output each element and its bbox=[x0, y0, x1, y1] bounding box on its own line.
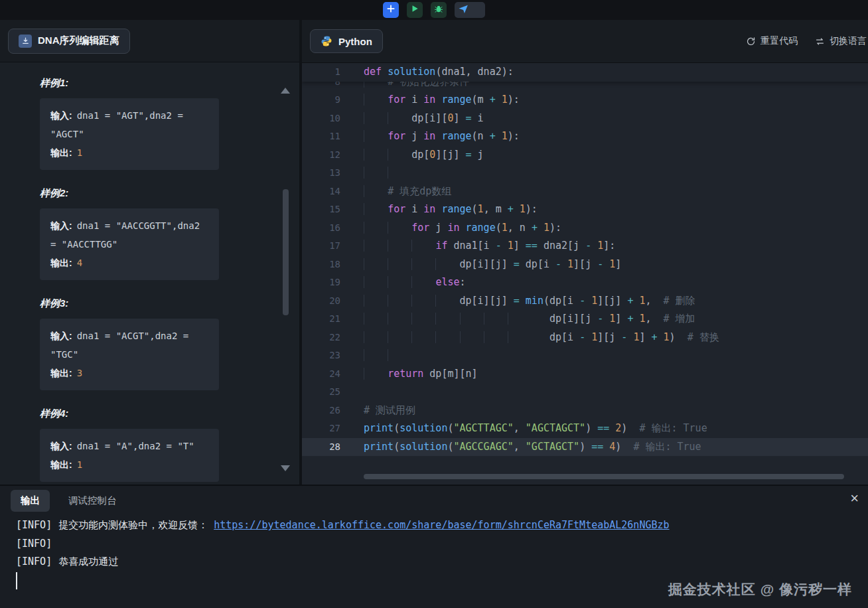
language-badge[interactable]: Python bbox=[310, 29, 383, 53]
code-token: ] bbox=[615, 258, 621, 270]
code-line-text: else: bbox=[340, 273, 466, 292]
sticky-code-line[interactable]: 1 def solution(dna1, dna2): bbox=[302, 63, 868, 82]
example-input-line: 输入:dna1 = "ACGT",dna2 = "TGC" bbox=[50, 327, 208, 364]
line-number: 26 bbox=[302, 402, 340, 420]
indent-guide bbox=[364, 82, 388, 88]
line-number: 14 bbox=[302, 183, 340, 201]
scroll-up-arrow[interactable] bbox=[281, 88, 290, 94]
code-line[interactable]: 27 print(solution("AGCTTAGC", "AGCTAGCT"… bbox=[302, 419, 868, 438]
code-token: print bbox=[364, 422, 394, 434]
watermark: 掘金技术社区 @ 像污秽一样 bbox=[668, 580, 852, 599]
code-token: ): bbox=[508, 94, 520, 106]
line-number: 10 bbox=[302, 110, 340, 128]
code-token: "AGCTTAGC" bbox=[453, 422, 513, 434]
problem-title-badge[interactable]: DNA序列编辑距离 bbox=[8, 29, 130, 54]
problem-header: DNA序列编辑距离 bbox=[0, 20, 299, 62]
indent-guide bbox=[411, 313, 435, 325]
code-token: + bbox=[652, 331, 658, 343]
indent-guide bbox=[388, 222, 411, 234]
code-token: "GCTAGCT" bbox=[526, 441, 579, 453]
scroll-down-arrow[interactable] bbox=[281, 465, 290, 471]
code-token: 1 bbox=[502, 94, 508, 106]
code-line-text bbox=[340, 164, 411, 183]
debug-button[interactable] bbox=[431, 2, 447, 18]
switch-language-button[interactable]: 切换语言 bbox=[815, 35, 867, 47]
code-line[interactable]: 13 bbox=[302, 164, 868, 183]
line-number: 28 bbox=[302, 438, 340, 457]
code-line[interactable]: 26 # 测试用例 bbox=[302, 402, 868, 420]
code-token: ][j] bbox=[435, 149, 465, 161]
indent-guide bbox=[411, 295, 435, 307]
tab-output[interactable]: 输出 bbox=[11, 490, 50, 512]
code-line[interactable]: 18 dp[i][j] = dp[i - 1][j - 1] bbox=[302, 256, 868, 274]
code-token: = bbox=[514, 295, 520, 307]
example-input-line: 输入:dna1 = "AACCGGTT",dna2 = "AACCTTGG" bbox=[50, 216, 208, 254]
close-icon[interactable]: × bbox=[850, 491, 859, 506]
feedback-link[interactable]: https://bytedance.larkoffice.com/share/b… bbox=[214, 519, 669, 531]
code-line[interactable]: 12 dp[0][j] = j bbox=[302, 146, 868, 165]
code-line[interactable]: 14 # 填充dp数组 bbox=[302, 183, 868, 201]
submit-button[interactable] bbox=[455, 2, 485, 18]
code-line[interactable]: 23 bbox=[302, 346, 868, 365]
vertical-scrollbar-thumb[interactable] bbox=[283, 189, 289, 315]
example-block: 样例1: 输入:dna1 = "AGT",dna2 = "AGCT" 输出:1 bbox=[40, 77, 299, 170]
code-token: dp[i][j] bbox=[460, 258, 514, 270]
code-line[interactable]: 8 # 初始化边界条件 bbox=[302, 82, 868, 92]
code-line[interactable]: 16 for j in range(1, n + 1): bbox=[302, 219, 868, 238]
app-root: DNA序列编辑距离 样例1: 输入:dna1 = "AGT",dna2 = "A… bbox=[0, 0, 868, 608]
indent-guide bbox=[411, 240, 435, 252]
code-token: "AGCTAGCT" bbox=[526, 422, 585, 434]
code-line-text bbox=[340, 346, 411, 365]
code-token: range bbox=[466, 222, 496, 234]
code-editor[interactable]: 1 def solution(dna1, dna2): 8 # 初始化边界条件 … bbox=[302, 63, 868, 485]
code-token: # 填充dp数组 bbox=[388, 185, 451, 197]
code-line[interactable]: 28 print(solution("AGCCGAGC", "GCTAGCT")… bbox=[302, 438, 868, 457]
indent-guide bbox=[364, 295, 388, 307]
indent-guide bbox=[364, 203, 388, 215]
code-line[interactable]: 22 dp[i - 1][j - 1] + 1) # 替换 bbox=[302, 329, 868, 347]
code-token: ( bbox=[394, 441, 399, 453]
code-token: for bbox=[411, 222, 429, 234]
code-line[interactable]: 11 for j in range(n + 1): bbox=[302, 127, 868, 146]
code-token bbox=[609, 422, 615, 434]
code-line[interactable]: 19 else: bbox=[302, 273, 868, 292]
example-block: 样例2: 输入:dna1 = "AACCGGTT",dna2 = "AACCTT… bbox=[40, 187, 299, 280]
indent-guide bbox=[388, 149, 411, 161]
log-line: [INFO] bbox=[16, 535, 868, 554]
run-button[interactable] bbox=[407, 2, 423, 18]
code-token: , m bbox=[484, 203, 508, 215]
code-token: ][j bbox=[573, 258, 597, 270]
code-line[interactable]: 24 return dp[m][n] bbox=[302, 365, 868, 384]
horizontal-scrollbar-thumb[interactable] bbox=[364, 474, 844, 479]
code-line[interactable]: 20 dp[i][j] = min(dp[i - 1][j] + 1, # 删除 bbox=[302, 292, 868, 311]
code-line[interactable]: 25 bbox=[302, 383, 868, 402]
code-token bbox=[603, 441, 609, 453]
reset-code-button[interactable]: 重置代码 bbox=[746, 35, 798, 47]
example-output-line: 输出:1 bbox=[50, 143, 208, 162]
code-token: (n bbox=[472, 130, 490, 142]
code-line-text: print(solution("AGCCGAGC", "GCTAGCT") ==… bbox=[340, 438, 701, 457]
indent-guide bbox=[460, 313, 484, 325]
code-line[interactable]: 17 if dna1[i - 1] == dna2[j - 1]: bbox=[302, 237, 868, 256]
editor-panel: Python 重置代码 切换语言 bbox=[302, 20, 868, 485]
code-line[interactable]: 9 for i in range(m + 1): bbox=[302, 91, 868, 110]
code-line-text: for j in range(1, n + 1): bbox=[340, 219, 561, 238]
example-box: 输入:dna1 = "AGT",dna2 = "AGCT" 输出:1 bbox=[40, 98, 219, 170]
line-number: 15 bbox=[302, 200, 340, 219]
code-token: j bbox=[472, 149, 484, 161]
code-viewport[interactable]: 8 # 初始化边界条件 9 for i in range(m + 1): 10 … bbox=[302, 82, 868, 459]
code-token: solution bbox=[399, 441, 447, 453]
output-value: 4 bbox=[77, 258, 82, 268]
add-button[interactable] bbox=[383, 2, 399, 18]
code-line[interactable]: 10 dp[i][0] = i bbox=[302, 110, 868, 128]
code-line[interactable]: 21 dp[i][j - 1] + 1, # 增加 bbox=[302, 310, 868, 329]
output-label: 输出: bbox=[50, 147, 72, 158]
reset-code-label: 重置代码 bbox=[760, 35, 798, 47]
code-line-text: # 测试用例 bbox=[340, 402, 415, 420]
paper-plane-icon bbox=[458, 3, 469, 17]
example-input-line: 输入:dna1 = "A",dna2 = "T" bbox=[50, 437, 208, 455]
tab-debug-console[interactable]: 调试控制台 bbox=[68, 494, 117, 507]
code-token: , bbox=[514, 441, 526, 453]
code-token bbox=[520, 295, 526, 307]
code-line[interactable]: 15 for i in range(1, m + 1): bbox=[302, 200, 868, 219]
